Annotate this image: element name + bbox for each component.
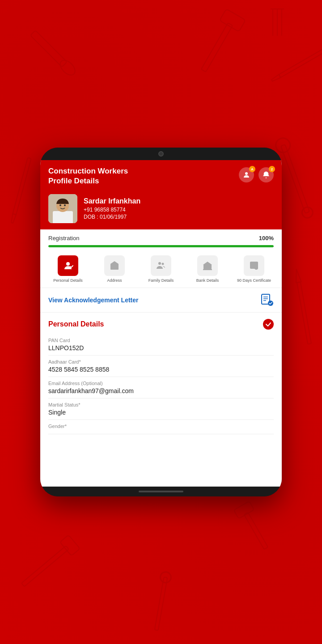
acknowledgement-link: View Acknowledgement Letter: [48, 297, 139, 304]
svg-point-35: [158, 262, 161, 265]
svg-rect-10: [234, 501, 254, 519]
certificate-icon: [249, 260, 259, 271]
svg-rect-32: [115, 267, 116, 270]
svg-rect-13: [279, 48, 322, 78]
registration-percent: 100%: [259, 235, 274, 242]
acknowledgement-icon: [260, 293, 274, 307]
step-label-bank: Bank Details: [196, 278, 219, 283]
step-icon-bank: [197, 255, 218, 276]
svg-rect-25: [53, 211, 73, 223]
progress-bar-fill: [48, 245, 274, 247]
step-personal-details[interactable]: Personal Details: [45, 255, 91, 288]
svg-rect-9: [244, 513, 268, 550]
building-icon: [109, 260, 120, 271]
step-90-days[interactable]: 90 Days Certificate: [231, 255, 277, 288]
family-icon: [156, 260, 166, 271]
field-value-pan: LLNPO152D: [48, 344, 274, 352]
step-bank-details[interactable]: Bank Details: [184, 255, 231, 288]
app-header: Construction Workers Profile Details A 2: [40, 160, 282, 192]
profile-phone: +91 96858 85774: [84, 207, 140, 213]
phone-camera: [158, 151, 164, 157]
profile-info: Sardar Irfankhan +91 96858 85774 DOB : 0…: [84, 197, 140, 220]
section-check: [263, 319, 274, 330]
field-aadhaar: Aadhaar Card* 4528 5845 8525 8858: [48, 356, 274, 377]
bank-icon: [202, 260, 213, 271]
details-section: Personal Details PAN Card LLNPO152D Aadh…: [40, 313, 282, 487]
svg-point-28: [64, 204, 66, 206]
document-icon: [260, 293, 274, 307]
check-icon: [265, 321, 271, 327]
svg-rect-12: [60, 535, 80, 556]
step-label-address: Address: [107, 278, 122, 283]
profile-name: Sardar Irfankhan: [84, 197, 140, 205]
profile-photo: [48, 194, 77, 223]
svg-rect-6: [281, 144, 309, 213]
section-header: Personal Details: [48, 313, 274, 334]
svg-point-1: [58, 58, 78, 78]
phone-screen: Construction Workers Profile Details A 2: [40, 160, 282, 487]
profile-dob: DOB : 01/06/1997: [84, 214, 140, 220]
svg-rect-38: [205, 266, 206, 268]
svg-rect-41: [203, 269, 212, 270]
svg-rect-2: [201, 23, 233, 72]
svg-point-45: [254, 266, 258, 270]
svg-rect-33: [112, 265, 113, 266]
section-title: Personal Details: [48, 320, 104, 328]
header-icons: A 2: [239, 167, 274, 182]
svg-rect-3: [220, 9, 246, 32]
notification-button[interactable]: 2: [258, 167, 274, 182]
field-label-marital: Martial Status*: [48, 402, 274, 407]
svg-rect-40: [209, 266, 210, 268]
step-icon-certificate: [244, 255, 264, 276]
step-label-90days: 90 Days Certificate: [237, 278, 271, 283]
svg-rect-15: [297, 282, 311, 344]
step-address[interactable]: Address: [91, 255, 138, 288]
step-icon-address: [104, 255, 125, 276]
field-label-aadhaar: Aadhaar Card*: [48, 359, 274, 364]
main-content: Registration 100%: [40, 229, 282, 487]
svg-rect-34: [116, 265, 117, 266]
svg-marker-5: [10, 214, 16, 223]
app-title: Construction Workers Profile Details: [48, 166, 128, 186]
field-value-email: sardarirfankhan97@gmail.com: [48, 387, 274, 394]
phone-top-bar: [40, 148, 282, 160]
svg-rect-17: [155, 577, 168, 631]
field-email: Email Address (Optional) sardarirfankhan…: [48, 377, 274, 398]
field-value-aadhaar: 4528 5845 8525 8858: [48, 366, 274, 373]
field-marital-status: Martial Status* Single: [48, 398, 274, 420]
home-indicator: [139, 491, 183, 492]
steps-row: Personal Details Address: [40, 251, 282, 288]
avatar-badge: A: [249, 166, 255, 172]
step-label-personal: Personal Details: [53, 278, 83, 283]
phone-bottom-bar: [40, 487, 282, 496]
svg-marker-16: [294, 268, 301, 283]
profile-avatar: [48, 194, 77, 223]
step-family-details[interactable]: Family Details: [138, 255, 184, 288]
bell-icon: [262, 171, 270, 179]
svg-rect-11: [21, 546, 69, 586]
acknowledgement-row[interactable]: View Acknowledgement Letter: [40, 288, 282, 313]
field-pan-card: PAN Card LLNPO152D: [48, 334, 274, 356]
avatar-icon: [242, 171, 250, 179]
svg-rect-31: [113, 267, 114, 270]
notification-badge: 2: [269, 166, 275, 172]
step-icon-personal-details: [58, 255, 78, 276]
svg-point-23: [245, 172, 248, 175]
field-gender: Gender*: [48, 420, 274, 434]
field-label-gender: Gender*: [48, 424, 274, 429]
progress-bar: [48, 245, 274, 247]
registration-label: Registration: [48, 235, 79, 242]
field-label-email: Email Address (Optional): [48, 381, 274, 386]
step-label-family: Family Details: [148, 278, 174, 283]
avatar-button[interactable]: A: [239, 167, 254, 182]
svg-rect-4: [13, 157, 31, 215]
svg-point-36: [162, 263, 164, 265]
svg-rect-39: [207, 266, 208, 268]
svg-rect-30: [110, 264, 119, 270]
profile-section: Sardar Irfankhan +91 96858 85774 DOB : 0…: [40, 192, 282, 229]
step-icon-family: [151, 255, 171, 276]
field-label-pan: PAN Card: [48, 338, 274, 343]
registration-section: Registration 100%: [40, 229, 282, 251]
field-value-marital: Single: [48, 409, 274, 416]
svg-marker-14: [271, 75, 280, 82]
